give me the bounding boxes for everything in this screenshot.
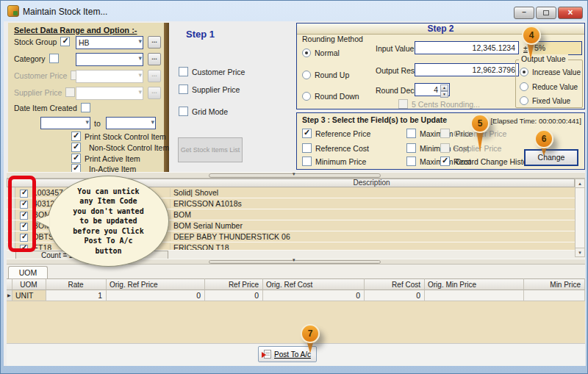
normal-radio[interactable] [302, 48, 311, 57]
normal-radio-row: Normal [302, 48, 340, 57]
round-up-radio[interactable] [302, 71, 311, 79]
uom-cell[interactable]: UNIT [12, 290, 46, 301]
round-decimal-stepper[interactable]: 4 ▲▼ [415, 83, 450, 96]
step-badge-7: 7 [301, 324, 320, 343]
customer-price-label: Customer Price [14, 71, 67, 80]
uom-cell[interactable]: 0 [205, 290, 263, 301]
customer-price-row: Customer Price [14, 71, 80, 80]
stock-group-browse-button[interactable]: ... [148, 36, 161, 48]
step1-supplier-price-row: Supplier Price [179, 84, 240, 94]
fixed-value-row: Fixed Value [520, 96, 570, 105]
collapse-down-icon: ▾ [293, 257, 295, 263]
close-button[interactable]: × [558, 7, 583, 19]
uom-col-header[interactable]: UOM [12, 278, 46, 290]
category-label: Category [14, 54, 46, 63]
uom-cell[interactable]: 1 [46, 290, 107, 301]
step1-customer-price-checkbox[interactable] [179, 67, 188, 76]
stock-group-row: Stock Group [14, 37, 70, 46]
stock-group-checkbox[interactable] [60, 37, 70, 46]
customer-price-browse-button: ... [148, 70, 161, 82]
maximum-price-checkbox[interactable] [406, 129, 416, 138]
grid-mode-checkbox[interactable] [179, 107, 188, 116]
bubble-line: to be updated [79, 216, 137, 226]
supplier-price-checkbox[interactable] [65, 87, 75, 97]
output-result-field: 12,962.3796 [415, 63, 519, 76]
window-title: Maintain Stock Item... [23, 7, 107, 17]
reference-cost-label: Reference Cost [315, 144, 369, 153]
category-select[interactable]: ▾ [76, 53, 143, 66]
round-down-radio[interactable] [302, 92, 311, 101]
uom-col-header[interactable]: Ref Cost [365, 278, 425, 290]
step-badge-6: 6 [534, 129, 553, 148]
print-stock-control-label: Print Stock Control Item [85, 132, 166, 141]
scroll-up-icon[interactable]: ▴ [575, 179, 585, 188]
date-from-select[interactable]: ▾ [40, 117, 90, 129]
uom-col-header[interactable]: Orig. Ref Price [107, 278, 205, 290]
record-change-history-row: Record Change History [440, 157, 534, 166]
reduce-value-radio[interactable] [520, 82, 528, 91]
uom-cell[interactable]: 0 [365, 290, 425, 301]
grid-vertical-scrollbar[interactable] [575, 188, 585, 248]
stepper-up-icon[interactable]: ▲ [440, 84, 448, 91]
non-stock-control-checkbox[interactable] [71, 143, 81, 152]
maximize-icon [543, 10, 549, 15]
step1-customer-price-row: Customer Price [179, 67, 245, 76]
scroll-down-icon[interactable]: ▾ [575, 248, 585, 257]
round-down-label: Round Down [315, 92, 359, 101]
percent-field[interactable]: 5% [531, 41, 582, 55]
uom-cell[interactable]: 0 [263, 290, 365, 301]
date-to-select[interactable]: ▾ [106, 117, 156, 129]
minimum-price-checkbox[interactable] [302, 157, 312, 166]
record-change-history-checkbox[interactable] [440, 157, 450, 166]
bubble-line: You can untick [77, 187, 139, 197]
chevron-down-icon: ▾ [151, 118, 154, 126]
step3-title: Step 3 : Select the Field(s) to be Updat… [302, 115, 447, 124]
tab-strip [7, 265, 585, 278]
description-column-header[interactable]: Description [168, 179, 575, 187]
print-stock-control-checkbox[interactable] [71, 132, 81, 141]
step1-customer-price-label: Customer Price [192, 68, 245, 76]
stock-group-select[interactable]: HB▾ [76, 36, 143, 49]
to-label: to [94, 119, 101, 128]
uom-cell[interactable]: 0 [107, 290, 205, 301]
maximum-cost-checkbox[interactable] [406, 157, 416, 166]
stepper-down-icon[interactable]: ▼ [440, 91, 448, 98]
fixed-value-radio[interactable] [520, 96, 528, 105]
change-button[interactable]: Change [524, 149, 578, 166]
uom-col-header[interactable]: Orig. Min Price [425, 278, 524, 290]
date-created-checkbox[interactable] [81, 103, 90, 112]
minimum-cost-checkbox[interactable] [406, 143, 416, 153]
tab-uom[interactable]: UOM [8, 266, 48, 278]
five-cents-label: 5 Cents Rounding... [412, 100, 480, 109]
step3-supplier-price-checkbox [440, 143, 450, 153]
uom-col-header[interactable]: Rate [46, 278, 107, 290]
category-browse-button[interactable]: ... [148, 53, 161, 65]
bubble-line: you don't wanted [73, 206, 143, 217]
uom-col-header[interactable]: Orig. Ref Cost [263, 278, 365, 290]
chevron-down-icon: ▾ [138, 37, 142, 45]
input-value-field[interactable]: 12,345.1234 [415, 41, 519, 54]
app-icon [7, 5, 19, 17]
minimize-button[interactable]: – [514, 7, 534, 19]
uom-col-header[interactable]: Min Price [524, 278, 585, 290]
category-checkbox[interactable] [49, 54, 59, 63]
supplier-price-label: Supplier Price [14, 88, 62, 97]
maximize-button[interactable] [536, 7, 556, 19]
reference-price-checkbox[interactable] [302, 129, 312, 138]
step3-supplier-price-row: Supplier Price [440, 143, 501, 153]
print-active-checkbox[interactable] [71, 154, 81, 163]
post-to-ac-label: Post To A/c [274, 350, 311, 359]
stepper-arrows[interactable]: ▲▼ [440, 84, 448, 95]
reference-cost-checkbox[interactable] [302, 143, 312, 153]
chevron-down-icon: ▾ [138, 71, 142, 79]
stock-group-label: Stock Group [14, 37, 57, 46]
uom-cell[interactable] [524, 290, 585, 301]
uom-col-header[interactable]: Ref Price [205, 278, 263, 290]
step1-supplier-price-checkbox[interactable] [179, 84, 188, 94]
bubble-tail [36, 215, 49, 227]
item-description: ERICSSON T18 [170, 243, 229, 251]
round-down-radio-row: Round Down [302, 92, 359, 101]
increase-value-radio[interactable] [520, 68, 528, 76]
uom-cell[interactable] [425, 290, 524, 301]
supplier-price-select: ▾ [76, 87, 143, 100]
